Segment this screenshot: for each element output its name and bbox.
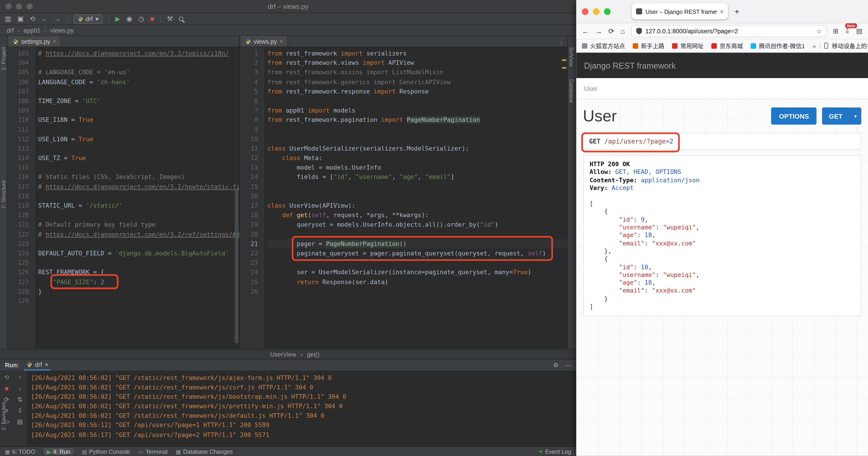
breadcrumb-file[interactable]: views.py bbox=[50, 27, 73, 33]
editor-scrollbar[interactable] bbox=[235, 189, 239, 343]
code-line: USE_L10N = True bbox=[38, 135, 239, 144]
statusbar-python-console[interactable]: ▤ Python Console bbox=[82, 448, 130, 455]
toolwindow-database-button[interactable]: Database bbox=[568, 79, 575, 103]
search-icon[interactable] bbox=[179, 17, 184, 21]
rerun-icon[interactable]: ⟲ bbox=[4, 374, 9, 380]
close-tab-icon[interactable]: × bbox=[45, 361, 49, 368]
json-line: { bbox=[589, 208, 855, 216]
clear-console-icon[interactable]: ▤ bbox=[17, 419, 23, 425]
sidebar-icon[interactable]: ▤ bbox=[856, 27, 863, 35]
bookmark-item[interactable]: 新手上路 bbox=[633, 41, 664, 50]
statusbar-terminal[interactable]: ▭ Terminal bbox=[138, 448, 168, 455]
zoom-window-icon[interactable] bbox=[27, 3, 33, 9]
run-configuration-select[interactable]: drf ▾ bbox=[73, 14, 102, 24]
new-tab-icon[interactable]: + bbox=[735, 6, 739, 16]
open-folder-icon[interactable]: ▥ bbox=[5, 16, 11, 22]
forward-icon[interactable]: → bbox=[595, 27, 602, 35]
code-line bbox=[38, 210, 239, 220]
editor-options-icon[interactable]: ⋮ bbox=[558, 40, 567, 47]
get-button[interactable]: GET bbox=[822, 108, 849, 125]
breadcrumb-package[interactable]: app01 bbox=[24, 27, 40, 33]
minimize-panel-icon[interactable]: — bbox=[565, 361, 571, 369]
code-area[interactable]: # https://docs.djangoproject.com/en/3.2/… bbox=[35, 47, 239, 349]
json-line: "age": 18, bbox=[589, 279, 855, 287]
stop-icon[interactable]: ■ bbox=[150, 16, 154, 22]
extensions-icon[interactable]: ⊞ bbox=[833, 27, 839, 35]
code-line bbox=[38, 192, 239, 201]
views-editor[interactable]: 1234567891011121314151617181920212223242… bbox=[240, 47, 567, 349]
line-number: 4 bbox=[240, 77, 258, 87]
sync-icon[interactable]: ⟲ bbox=[30, 16, 35, 22]
line-number: 127 bbox=[7, 277, 29, 287]
translate-extension-icon[interactable]: ⇩ New bbox=[844, 27, 850, 35]
url-bar[interactable]: 127.0.0.1:8000/api/users/?page=2 ☆ bbox=[631, 25, 827, 37]
zoom-window-icon[interactable] bbox=[604, 8, 611, 15]
tab-settings-py[interactable]: settings.py × bbox=[8, 36, 61, 47]
get-dropdown-caret[interactable]: ▾ bbox=[849, 108, 862, 125]
minimize-window-icon[interactable] bbox=[593, 8, 599, 15]
minimize-window-icon[interactable] bbox=[16, 3, 22, 9]
url-text[interactable]: 127.0.0.1:8000/api/users/?page=2 bbox=[645, 28, 813, 34]
statusbar-todo[interactable]: ▦ 6: TODO bbox=[5, 448, 35, 455]
scroll-to-end-icon[interactable]: ⇩ bbox=[18, 408, 23, 414]
bookmark-item[interactable]: 火狐官方站点 bbox=[582, 41, 625, 50]
forward-icon[interactable]: → bbox=[54, 16, 61, 22]
close-window-icon[interactable] bbox=[582, 8, 588, 15]
statusbar-event-log[interactable]: ● Event Log bbox=[539, 448, 571, 455]
gear-icon[interactable]: ⚙ bbox=[553, 361, 558, 369]
statusbar-run[interactable]: ▶ 4: Run bbox=[43, 448, 73, 455]
profiler-icon[interactable]: ◷ bbox=[138, 16, 144, 22]
toolwindow-structure-button[interactable]: 7: Structure bbox=[0, 180, 6, 208]
code-area[interactable]: from rest_framework import serializersfr… bbox=[264, 47, 567, 349]
settings-editor[interactable]: 1031041051061071081091101111121131141151… bbox=[7, 47, 239, 349]
down-stack-icon[interactable]: ↓ bbox=[18, 386, 21, 392]
close-window-icon[interactable] bbox=[5, 3, 11, 9]
line-number: 24 bbox=[240, 267, 258, 277]
drf-brand[interactable]: Django REST framework bbox=[584, 61, 676, 70]
bookmark-star-icon[interactable]: ☆ bbox=[816, 27, 822, 35]
bookmarks-list: 火狐官方站点新手上路常用网址京东商城腾讯创作者-微信1 bbox=[582, 41, 805, 50]
log-line: [26/Aug/2021 08:56:17] "GET /api/users/?… bbox=[31, 430, 576, 440]
run-icon[interactable]: ▶ bbox=[115, 16, 120, 22]
console-output[interactable]: [26/Aug/2021 08:56:02] "GET /static/rest… bbox=[27, 371, 576, 447]
statusbar-database-changes[interactable]: ▦ Database Changes bbox=[176, 448, 233, 455]
breadcrumb-class[interactable]: UserView bbox=[270, 351, 296, 358]
toolwindow-sciview-button[interactable]: SciView bbox=[568, 47, 575, 67]
shield-icon[interactable] bbox=[636, 28, 642, 34]
wrench-icon[interactable]: ⚒ bbox=[167, 16, 173, 22]
tab-views-py[interactable]: views.py × bbox=[241, 36, 288, 47]
bookmark-item[interactable]: 京东商城 bbox=[711, 41, 743, 50]
back-icon[interactable]: ← bbox=[41, 16, 48, 22]
up-stack-icon[interactable]: ↑ bbox=[18, 374, 21, 380]
run-tab-drf[interactable]: drf × bbox=[24, 360, 51, 371]
stop-icon[interactable]: ■ bbox=[5, 386, 8, 392]
run-panel-body: ⟲ ↑ ■ ↓ ⟳ ⇅ ≡ ⇩ ▭ ▤ [26/Aug/2021 08:56:0… bbox=[0, 371, 576, 447]
toolwindow-favorites-button[interactable]: 2: Favorites bbox=[0, 402, 6, 431]
browser-tab[interactable]: User – Django REST framework × bbox=[631, 3, 728, 20]
code-line: queryset = models.UserInfo.objects.all()… bbox=[268, 220, 567, 230]
options-button[interactable]: OPTIONS bbox=[771, 108, 817, 125]
breadcrumb-project[interactable]: drf bbox=[6, 27, 13, 33]
line-number: 109 bbox=[7, 106, 29, 115]
swap-icon[interactable]: ⇅ bbox=[18, 397, 23, 403]
save-icon[interactable]: ▣ bbox=[18, 16, 24, 22]
response-header-line: Allow: GET, HEAD, OPTIONS bbox=[589, 168, 855, 176]
bookmark-item[interactable]: 常用网址 bbox=[672, 41, 704, 50]
bookmarks-overflow-icon[interactable]: » bbox=[812, 42, 816, 49]
line-number: 115 bbox=[7, 163, 29, 173]
code-line bbox=[268, 287, 567, 296]
close-tab-icon[interactable]: × bbox=[720, 8, 724, 15]
bookmark-item[interactable]: 腾讯创作者-微信1 bbox=[750, 41, 805, 50]
close-tab-icon[interactable]: × bbox=[280, 38, 283, 45]
toolwindow-project-button[interactable]: 1: Project bbox=[0, 47, 6, 70]
close-tab-icon[interactable]: × bbox=[53, 38, 56, 45]
breadcrumb-method[interactable]: get() bbox=[307, 351, 319, 358]
home-icon[interactable]: ⌂ bbox=[620, 27, 625, 35]
reload-icon[interactable]: ⟳ bbox=[609, 27, 615, 35]
mobile-bookmarks-label[interactable]: 移动设备上的书签 bbox=[832, 41, 868, 50]
coverage-icon[interactable]: ◉ bbox=[126, 16, 132, 22]
breadcrumb-user[interactable]: User bbox=[584, 85, 597, 92]
line-number: 16 bbox=[240, 192, 258, 201]
back-icon[interactable]: ← bbox=[582, 27, 589, 35]
window-controls[interactable] bbox=[5, 3, 33, 9]
